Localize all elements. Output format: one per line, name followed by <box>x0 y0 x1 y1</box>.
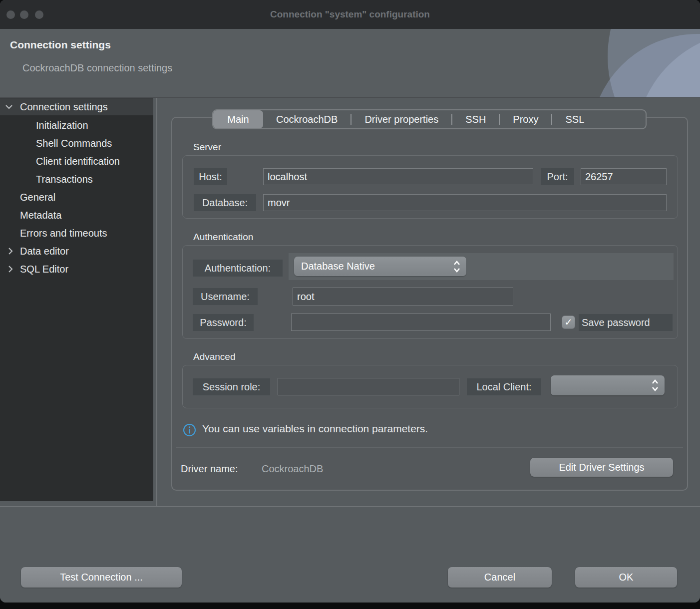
sidebar-item-metadata[interactable]: Metadata <box>0 207 153 224</box>
connection-tabs: Main CockroachDB Driver properties SSH P… <box>212 109 647 129</box>
panel-separator <box>176 447 683 448</box>
main-tab-panel: Server Host: Port: Database: Authenticat… <box>171 117 688 491</box>
authentication-group-label: Authentication <box>193 232 253 243</box>
server-group-label: Server <box>193 142 221 153</box>
variables-hint-text: You can use variables in connection para… <box>202 423 428 435</box>
password-label: Password: <box>193 314 254 331</box>
host-label: Host: <box>194 168 227 185</box>
tab-driver-properties[interactable]: Driver properties <box>351 110 451 128</box>
local-client-label: Local Client: <box>467 378 541 395</box>
window-title: Connection "system" configuration <box>0 0 700 29</box>
settings-tree: Connection settings Initialization Shell… <box>0 98 153 501</box>
sidebar-item-transactions[interactable]: Transactions <box>0 171 153 188</box>
local-client-select[interactable] <box>551 375 665 395</box>
username-label: Username: <box>193 288 258 305</box>
page-subtitle: CockroachDB connection settings <box>22 62 172 74</box>
port-label: Port: <box>541 168 574 185</box>
tab-ssh[interactable]: SSH <box>452 110 499 128</box>
sidebar-item-data-editor[interactable]: Data editor <box>0 243 153 260</box>
password-input[interactable] <box>291 313 551 331</box>
authentication-label: Authentication: <box>193 260 283 277</box>
advanced-group: Session role: Local Client: <box>182 365 678 408</box>
up-down-chevrons-icon <box>651 379 660 392</box>
sidebar-item-client-identification[interactable]: Client identification <box>0 153 153 170</box>
port-input[interactable] <box>581 168 667 185</box>
session-role-input[interactable] <box>278 378 459 395</box>
sidebar-item-initialization[interactable]: Initialization <box>0 117 153 134</box>
sidebar-item-general[interactable]: General <box>0 189 153 206</box>
advanced-group-label: Advanced <box>193 351 236 362</box>
ok-button[interactable]: OK <box>575 567 677 588</box>
username-input[interactable] <box>293 288 513 305</box>
sidebar-item-shell-commands[interactable]: Shell Commands <box>0 135 153 152</box>
tab-ssl[interactable]: SSL <box>552 110 597 128</box>
host-input[interactable] <box>263 168 533 185</box>
session-role-label: Session role: <box>193 378 270 395</box>
main-area: Connection settings Initialization Shell… <box>0 98 700 506</box>
cancel-button[interactable]: Cancel <box>448 567 552 588</box>
save-password-label: Save password <box>579 314 673 331</box>
titlebar: Connection "system" configuration <box>0 0 700 29</box>
sidebar-item-sql-editor[interactable]: SQL Editor <box>0 261 153 278</box>
dialog-footer: Test Connection ... Cancel OK <box>0 506 700 603</box>
server-group: Host: Port: Database: <box>182 155 678 219</box>
tab-main[interactable]: Main <box>213 110 263 128</box>
tab-proxy[interactable]: Proxy <box>500 110 551 128</box>
sidebar-item-connection-settings[interactable]: Connection settings <box>0 98 153 115</box>
authentication-group: Authentication: Database Native Username… <box>182 245 678 339</box>
chevron-down-icon <box>4 102 13 111</box>
authentication-select[interactable]: Database Native <box>294 257 466 276</box>
checkmark-icon: ✓ <box>565 317 573 327</box>
test-connection-button[interactable]: Test Connection ... <box>21 567 182 588</box>
chevron-right-icon <box>6 247 15 256</box>
tab-cockroachdb[interactable]: CockroachDB <box>263 110 350 128</box>
dialog-header: Connection settings CockroachDB connecti… <box>0 29 700 98</box>
chevron-right-icon <box>6 265 15 274</box>
driver-name-label: Driver name: <box>181 463 238 475</box>
edit-driver-settings-button[interactable]: Edit Driver Settings <box>530 458 673 477</box>
save-password-checkbox[interactable]: ✓ <box>562 315 575 329</box>
up-down-chevrons-icon <box>452 260 461 273</box>
connection-configuration-dialog: Connection "system" configuration Connec… <box>0 0 700 603</box>
settings-content: Main CockroachDB Driver properties SSH P… <box>158 98 700 506</box>
driver-name-value: CockroachDB <box>262 463 323 475</box>
database-input[interactable] <box>263 194 667 211</box>
decorative-arcs <box>490 29 700 97</box>
sidebar-item-errors-and-timeouts[interactable]: Errors and timeouts <box>0 225 153 242</box>
database-label: Database: <box>194 194 256 211</box>
sidebar-divider <box>156 98 157 506</box>
page-title: Connection settings <box>10 39 111 51</box>
info-icon <box>183 423 196 437</box>
